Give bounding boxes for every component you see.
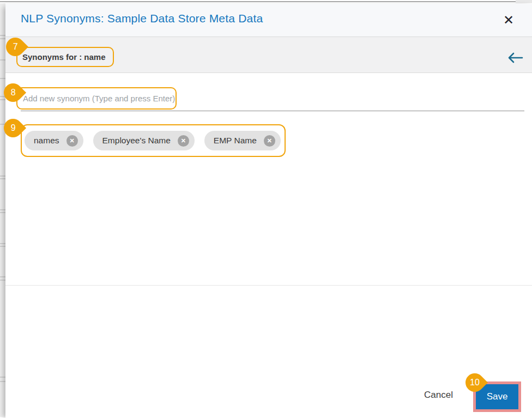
synonyms-for-label: Synonyms for : name — [17, 48, 113, 66]
background-row-line — [0, 59, 5, 60]
add-synonym-input[interactable] — [17, 88, 176, 108]
synonym-chip-label: names — [34, 136, 59, 146]
background-row-line — [0, 246, 5, 247]
nlp-synonyms-modal: NLP Synonyms: Sample Data Store Meta Dat… — [5, 4, 532, 418]
close-icon: ✕ — [503, 13, 514, 27]
background-row-line — [0, 35, 5, 36]
cancel-button[interactable]: Cancel — [424, 390, 453, 401]
background-row-line — [0, 377, 5, 378]
background-row-line — [0, 209, 5, 210]
modal-header: NLP Synonyms: Sample Data Store Meta Dat… — [5, 4, 532, 37]
step-9-number: 9 — [11, 124, 16, 132]
background-row-line — [0, 212, 5, 213]
step-8-highlight-box — [16, 87, 177, 110]
page-top-border — [0, 1, 532, 2]
synonym-chip: EMP Name ✕ — [204, 131, 281, 150]
background-row-line — [0, 243, 5, 244]
circle-x-icon: ✕ — [267, 138, 272, 144]
background-row-line — [0, 381, 5, 382]
step-7-highlight-box: Synonyms for : name — [16, 47, 114, 67]
synonym-chip-list: names ✕ Employee's Name ✕ EMP Name ✕ — [22, 125, 285, 156]
synonym-chip-label: Employee's Name — [102, 136, 171, 146]
step-10-number: 10 — [470, 378, 480, 387]
input-underline — [21, 111, 524, 111]
background-row-line — [0, 175, 5, 177]
background-row-line — [0, 38, 5, 39]
synonym-chip: Employee's Name ✕ — [93, 131, 195, 150]
modal-title: NLP Synonyms: Sample Data Store Meta Dat… — [21, 12, 263, 25]
back-button[interactable] — [507, 51, 523, 64]
background-row-line — [0, 178, 5, 179]
background-row-line — [0, 99, 5, 100]
remove-synonym-button[interactable]: ✕ — [66, 135, 78, 147]
background-row-line — [0, 276, 5, 277]
back-arrow-icon — [507, 51, 523, 64]
page-behind-strip — [0, 3, 5, 417]
synonym-chip-label: EMP Name — [214, 136, 257, 146]
step-8-number: 8 — [11, 88, 16, 97]
close-button[interactable]: ✕ — [500, 12, 517, 28]
background-row-line — [0, 280, 5, 281]
remove-synonym-button[interactable]: ✕ — [264, 135, 275, 147]
page-top-corner — [516, 0, 532, 3]
step-7-number: 7 — [13, 43, 18, 51]
step-9-highlight-box: names ✕ Employee's Name ✕ EMP Name ✕ — [21, 124, 286, 157]
background-row-line — [0, 78, 5, 79]
synonym-chip: names ✕ — [25, 131, 83, 150]
circle-x-icon: ✕ — [181, 138, 186, 144]
circle-x-icon: ✕ — [69, 138, 74, 144]
content-divider — [5, 285, 532, 286]
remove-synonym-button[interactable]: ✕ — [178, 135, 189, 147]
